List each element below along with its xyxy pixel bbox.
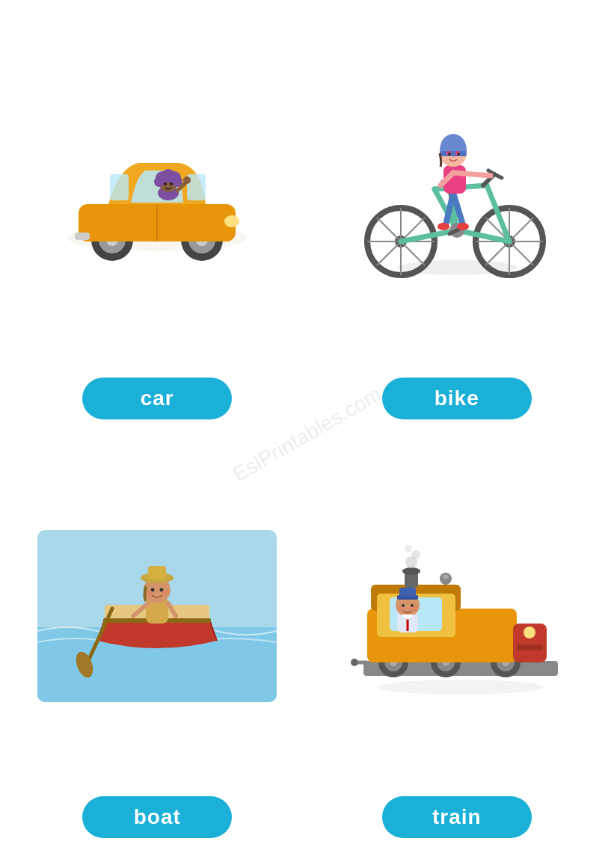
svg-line-42 — [509, 218, 533, 241]
svg-rect-8 — [110, 174, 129, 200]
boat-illustration — [15, 442, 300, 791]
svg-line-63 — [453, 173, 491, 176]
svg-line-33 — [377, 241, 401, 265]
svg-point-60 — [457, 223, 469, 230]
svg-line-31 — [377, 218, 401, 241]
svg-line-44 — [509, 241, 533, 265]
svg-point-21 — [170, 182, 173, 185]
card-bike: bike — [315, 22, 600, 427]
svg-point-107 — [411, 550, 420, 559]
svg-point-20 — [164, 182, 167, 185]
car-illustration — [15, 22, 300, 372]
svg-line-43 — [485, 241, 509, 265]
bike-label: bike — [382, 378, 532, 419]
svg-point-102 — [524, 627, 535, 638]
svg-point-61 — [438, 223, 449, 230]
svg-point-23 — [183, 176, 191, 184]
svg-point-119 — [398, 606, 404, 612]
svg-rect-116 — [399, 588, 416, 597]
train-label: train — [382, 796, 532, 838]
svg-point-18 — [154, 176, 165, 187]
page: car — [0, 0, 614, 868]
svg-rect-12 — [75, 233, 90, 240]
card-boat: boat — [15, 442, 300, 846]
boat-label: boat — [82, 796, 232, 838]
svg-rect-110 — [443, 575, 449, 579]
card-train: train — [315, 442, 600, 846]
svg-rect-103 — [517, 644, 543, 650]
train-illustration — [315, 442, 600, 791]
svg-rect-66 — [440, 151, 467, 156]
card-car: car — [15, 22, 300, 427]
svg-point-83 — [162, 590, 168, 596]
svg-point-11 — [224, 215, 239, 227]
svg-line-46 — [457, 230, 509, 241]
svg-point-70 — [457, 153, 460, 156]
svg-line-34 — [401, 241, 425, 265]
svg-point-82 — [147, 590, 153, 596]
svg-rect-79 — [148, 566, 166, 579]
car-label: car — [82, 378, 232, 419]
svg-line-45 — [401, 230, 457, 241]
svg-point-86 — [378, 680, 543, 695]
boat-water-bg — [37, 530, 277, 702]
svg-point-69 — [448, 153, 451, 156]
svg-point-105 — [402, 567, 420, 575]
bike-illustration — [315, 22, 600, 372]
svg-point-112 — [351, 659, 358, 666]
svg-point-120 — [411, 606, 417, 612]
svg-point-108 — [405, 545, 412, 552]
